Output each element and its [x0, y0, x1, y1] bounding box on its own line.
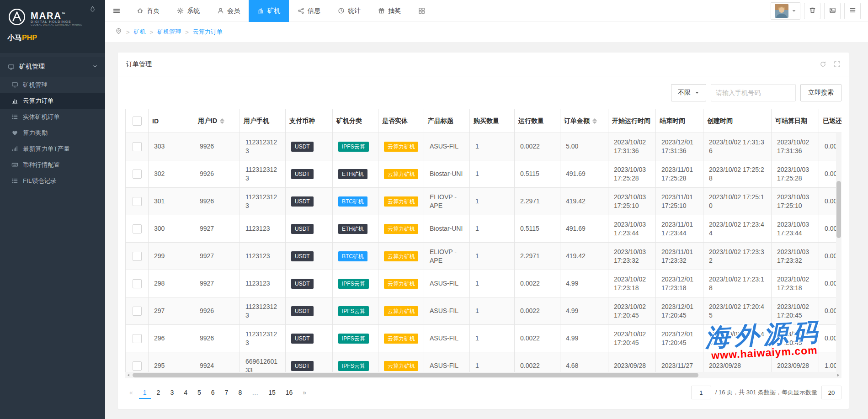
row-checkbox[interactable] — [133, 142, 142, 151]
more-button[interactable] — [844, 3, 861, 19]
sidebar-item-0[interactable]: 矿机管理 — [0, 77, 105, 93]
column-header-3: 支付币种 — [286, 109, 333, 133]
nav-item-0[interactable]: 首页 — [128, 0, 168, 22]
select-all-checkbox[interactable] — [133, 117, 142, 126]
row-checkbox[interactable] — [133, 334, 142, 343]
sidebar-item-label: 算力奖励 — [23, 129, 48, 137]
category-badge: BTC矿机 — [338, 196, 367, 207]
pager-page-1[interactable]: 1 — [139, 386, 151, 399]
sort-icon[interactable] — [220, 118, 224, 124]
user-icon — [217, 7, 224, 14]
list-icon — [11, 177, 18, 184]
breadcrumb-items: 矿机>矿机管理>云算力订单 — [134, 28, 223, 36]
pager-page-16[interactable]: 16 — [282, 386, 297, 399]
phone-search-input[interactable] — [711, 84, 796, 101]
coin-badge: USDT — [291, 334, 314, 344]
row-checkbox[interactable] — [133, 170, 142, 179]
brand-tagline: GLOBAL DIGITAL CURRENCY MINING — [31, 23, 82, 26]
entity-badge: 云算力矿机 — [384, 142, 418, 152]
page-number-input[interactable] — [691, 386, 711, 399]
cell-user-id: 9926 — [194, 133, 240, 160]
pager-next[interactable]: » — [298, 386, 310, 399]
nav-item-2[interactable]: 会员 — [208, 0, 249, 22]
horizontal-scrollbar[interactable] — [125, 372, 841, 378]
order-management-card: 订单管理 不限 立即搜索 — [118, 53, 849, 409]
breadcrumb-item-0[interactable]: 矿机 — [134, 28, 146, 36]
coin-badge-cell: USDT — [286, 243, 333, 270]
cell-phone: 1123123123 — [240, 160, 286, 188]
cell-user-id: 9927 — [194, 243, 240, 270]
row-checkbox[interactable] — [133, 279, 142, 288]
sidebar-item-1[interactable]: 云算力订单 — [0, 93, 105, 109]
column-header-10: 开始运行时间 — [608, 109, 656, 133]
horizontal-scrollbar-thumb[interactable] — [133, 373, 698, 377]
fullscreen-icon[interactable] — [834, 61, 841, 68]
pager-page-6[interactable]: 6 — [207, 386, 219, 399]
trash-button[interactable] — [804, 3, 820, 19]
row-checkbox[interactable] — [133, 197, 142, 206]
cell-start-time: 2023/10/02 17:31:36 — [608, 133, 656, 160]
column-header-4: 矿机分类 — [333, 109, 378, 133]
column-header-11: 结束时间 — [656, 109, 703, 133]
pager-page-3[interactable]: 3 — [166, 386, 178, 399]
vertical-scrollbar-thumb[interactable] — [836, 181, 841, 239]
cell-settle-date: 2023/10/02 17:31:36 — [772, 133, 819, 160]
column-header-14: 已返还 — [819, 109, 842, 133]
breadcrumb-item-1[interactable]: 矿机管理 — [157, 28, 181, 36]
column-header-label: 矿机分类 — [336, 117, 362, 124]
page-size-input[interactable] — [821, 386, 841, 399]
search-button[interactable]: 立即搜索 — [800, 84, 841, 101]
pager-page-8[interactable]: 8 — [234, 386, 246, 399]
nav-item-5[interactable]: 统计 — [329, 0, 369, 22]
sidebar-section-mining[interactable]: 矿机管理 — [0, 57, 105, 77]
mine-icon — [257, 7, 264, 14]
pager-page-5[interactable]: 5 — [193, 386, 205, 399]
nav-item-4[interactable]: 信息 — [289, 0, 329, 22]
hamburger-icon[interactable] — [105, 0, 128, 22]
nav-item-label: 首页 — [147, 7, 160, 15]
sidebar-item-4[interactable]: 最新算力单T产量 — [0, 141, 105, 157]
scroll-right-arrow[interactable] — [835, 373, 841, 377]
row-checkbox[interactable] — [133, 224, 142, 233]
nav-item-6[interactable]: 抽奖 — [369, 0, 410, 22]
column-header-2: 用户手机 — [240, 109, 286, 133]
cell-run-qty: 0.5115 — [515, 160, 560, 188]
sort-icon[interactable] — [592, 118, 597, 124]
vertical-scrollbar[interactable] — [836, 133, 841, 372]
category-badge: IPFS云算 — [338, 361, 369, 371]
sidebar-item-3[interactable]: 算力奖励 — [0, 125, 105, 141]
topbar-right — [771, 2, 868, 20]
column-header-label: 已返还 — [823, 117, 841, 124]
entity-badge-cell: 云算力矿机 — [378, 270, 424, 297]
cell-user-id: 9926 — [194, 297, 240, 325]
coin-badge: USDT — [291, 306, 314, 316]
pager-page-7[interactable]: 7 — [221, 386, 233, 399]
entity-badge: 云算力矿机 — [384, 279, 418, 289]
pager-page-4[interactable]: 4 — [180, 386, 192, 399]
background-button[interactable] — [824, 3, 841, 19]
cell-start-time: 2023/10/03 17:25:10 — [608, 188, 656, 215]
pager-prev[interactable]: « — [125, 386, 137, 399]
sidebar-item-2[interactable]: 实体矿机订单 — [0, 109, 105, 125]
cell-settle-date: 2023/10/02 17:20:45 — [772, 325, 819, 352]
refresh-icon[interactable] — [820, 61, 826, 68]
scroll-left-arrow[interactable] — [125, 373, 132, 377]
row-checkbox[interactable] — [133, 307, 142, 316]
filter-dropdown[interactable]: 不限 — [671, 84, 706, 101]
pagination-pages: «12345678…1516» — [125, 386, 310, 399]
pager-page-15[interactable]: 15 — [264, 386, 280, 399]
row-checkbox[interactable] — [133, 361, 142, 371]
cell-buy-qty: 1 — [470, 160, 515, 188]
sidebar-item-6[interactable]: FIL锁仓记录 — [0, 173, 105, 189]
nav-item-1[interactable]: 系统 — [168, 0, 208, 22]
nav-item-7[interactable] — [410, 0, 434, 22]
cell-buy-qty: 1 — [470, 215, 515, 243]
row-checkbox[interactable] — [133, 252, 142, 261]
pager-page-2[interactable]: 2 — [153, 386, 165, 399]
sidebar-item-5[interactable]: 币种行情配置 — [0, 157, 105, 173]
nav-item-3[interactable]: 矿机 — [249, 0, 289, 22]
breadcrumb-item-2[interactable]: 云算力订单 — [193, 28, 223, 36]
column-header-label: 订单金额 — [564, 117, 590, 124]
user-menu[interactable] — [771, 2, 800, 20]
select-all-header — [126, 109, 149, 133]
